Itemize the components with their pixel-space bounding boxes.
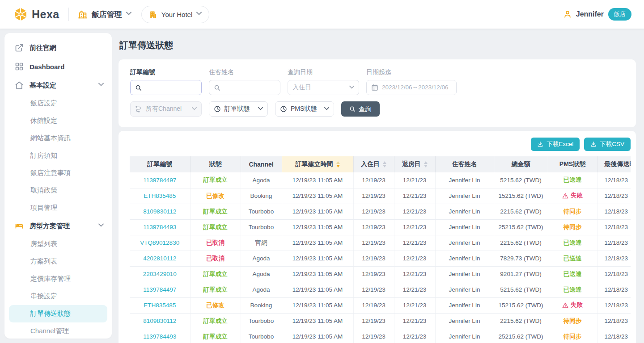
user-menu[interactable]: Jennifer 飯店 <box>563 8 631 21</box>
cell-created-at: 12/19/23 11:05 AM <box>282 282 353 297</box>
order-no-link[interactable]: 8109830112 <box>143 208 176 215</box>
cell-created-at: 12/19/23 11:05 AM <box>282 266 353 282</box>
cell-status: 訂單成立 <box>190 266 241 282</box>
cell-checkin: 12/19/23 <box>353 266 394 282</box>
sidebar-item-order-send-status[interactable]: 訂單傳送狀態 <box>9 305 107 322</box>
search-icon <box>135 84 142 91</box>
col-created-at-sortable[interactable]: 訂單建立時間 <box>282 156 353 172</box>
order-no-input[interactable] <box>145 84 197 91</box>
cell-checkout: 12/21/23 <box>394 219 435 235</box>
sidebar-item-room-list[interactable]: 房型列表 <box>4 235 112 253</box>
search-button[interactable]: 查詢 <box>341 101 380 117</box>
user-name: Jennifer <box>576 10 604 18</box>
pms-status-select[interactable]: PMS狀態 <box>275 101 334 117</box>
guest-name-input[interactable] <box>224 84 275 91</box>
sidebar-item-connection-settings[interactable]: 串接設定 <box>4 288 112 305</box>
col-pms-status: PMS狀態 <box>548 156 597 172</box>
sidebar-item-hotel-notices[interactable]: 飯店注意事項 <box>4 164 112 182</box>
cell-guest: Jennifer Lin <box>435 266 494 282</box>
sidebar-item-channel-mgmt[interactable]: Channel管理 <box>4 322 112 339</box>
chevron-down-icon <box>349 85 354 90</box>
sidebar: 前往官網 Dashboard 基本設定 飯店設定 休館設定 網站基本資訊 <box>4 33 112 339</box>
sidebar-item-booking-notes[interactable]: 訂房須知 <box>4 147 112 164</box>
date-range-picker[interactable]: 2023/12/06～2023/12/06 <box>366 80 457 95</box>
download-icon <box>537 141 543 147</box>
cell-pms-status: 已送達 <box>548 251 597 266</box>
channel-select[interactable]: 所有Channel <box>130 101 202 117</box>
date-range-field: 日期起迄 2023/12/06～2023/12/06 <box>366 68 457 95</box>
hotel-selector[interactable]: Your Hotel <box>141 6 210 23</box>
query-date-field: 查詢日期 入住日 <box>288 68 359 95</box>
cell-channel: Tourbobo <box>241 329 282 343</box>
order-no-link[interactable]: 1139784493 <box>143 224 176 230</box>
brand-name: Hexa <box>32 8 59 21</box>
table-header-row: 訂單編號 狀態 Channel 訂單建立時間 入住日 退房日 <box>130 156 631 172</box>
download-icon <box>590 141 597 147</box>
date-range-value: 2023/12/06～2023/12/06 <box>382 84 452 92</box>
cell-pms-status: 待同步 <box>548 219 597 235</box>
download-csv-label: 下載CSV <box>600 140 624 148</box>
orders-table: 訂單編號 狀態 Channel 訂單建立時間 入住日 退房日 <box>130 156 631 343</box>
order-status-select[interactable]: 訂單狀態 <box>209 101 268 117</box>
sidebar-item-item-management[interactable]: 項目管理 <box>4 199 112 217</box>
order-no-link[interactable]: 1139784493 <box>143 333 176 340</box>
sidebar-item-hotel-settings[interactable]: 飯店設定 <box>4 95 112 112</box>
table-row: ETH835485已修改Booking12/19/23 11:05 AM12/1… <box>130 188 631 204</box>
cell-status: 訂單成立 <box>190 329 241 343</box>
cell-channel: Tourbobo <box>241 204 282 219</box>
cell-pms-status: 已送達 <box>548 172 597 188</box>
sidebar-section-basic-settings[interactable]: 基本設定 <box>4 76 112 95</box>
cell-checkin: 12/19/23 <box>353 297 394 313</box>
cell-status: 訂單成立 <box>190 204 241 219</box>
order-no-link[interactable]: 1139784497 <box>143 177 176 184</box>
cell-last-sent: 12/18/23 <box>597 219 631 235</box>
order-no-link[interactable]: ETH835485 <box>144 302 176 309</box>
cell-amount: 7829.73 (TWD) <box>494 251 548 266</box>
query-date-select[interactable]: 入住日 <box>288 80 359 95</box>
guest-name-input-box <box>209 80 280 95</box>
col-checkout-sortable[interactable]: 退房日 <box>394 156 435 172</box>
query-date-label: 查詢日期 <box>288 68 359 76</box>
cell-order-no: VTQ89012830 <box>130 235 190 251</box>
channel-select-value: 所有Channel <box>146 105 188 113</box>
sidebar-item-official-site[interactable]: 前往官網 <box>4 38 112 57</box>
order-no-link[interactable]: 2203429010 <box>143 271 177 277</box>
order-no-link[interactable]: 8109830112 <box>143 318 176 324</box>
order-no-link[interactable]: ETH835485 <box>144 192 176 199</box>
cell-checkin: 12/19/23 <box>353 313 394 329</box>
download-excel-label: 下載Excel <box>547 140 573 148</box>
hotel-mgmt-menu[interactable]: 飯店管理 <box>78 9 131 20</box>
table-row: 1139784493訂單成立Tourbobo12/19/23 11:05 AM1… <box>130 329 631 343</box>
cell-pms-status: 失敗 <box>548 297 597 313</box>
sidebar-item-dashboard[interactable]: Dashboard <box>4 57 112 76</box>
order-no-link[interactable]: 4202810112 <box>143 255 176 262</box>
sidebar-item-cancel-policy[interactable]: 取消政策 <box>4 182 112 199</box>
cell-guest: Jennifer Lin <box>435 329 494 343</box>
sidebar-item-pricing-inventory[interactable]: 定價庫存管理 <box>4 270 112 288</box>
sidebar-section-room-plan-mgmt[interactable]: 房型方案管理 <box>4 217 112 235</box>
download-csv-button[interactable]: 下載CSV <box>584 138 631 151</box>
channel-route-icon <box>135 105 142 113</box>
download-excel-button[interactable]: 下載Excel <box>531 138 580 151</box>
col-status: 狀態 <box>190 156 241 172</box>
order-no-link[interactable]: VTQ89012830 <box>140 239 179 246</box>
user-role-badge: 飯店 <box>608 8 631 21</box>
chevron-down-icon <box>98 223 104 229</box>
col-checkin-sortable[interactable]: 入住日 <box>353 156 394 172</box>
cell-channel: Booking <box>241 188 282 204</box>
cell-amount: 9201.27 (TWD) <box>494 266 548 282</box>
cell-guest: Jennifer Lin <box>435 204 494 219</box>
table-row: 8109830112訂單成立Tourbobo12/19/23 11:05 AM1… <box>130 313 631 329</box>
table-row: 2203429010訂單成立Agoda12/19/23 11:05 AM12/1… <box>130 266 631 282</box>
sidebar-item-plan-list[interactable]: 方案列表 <box>4 253 112 270</box>
cell-last-sent: 12/18/23 <box>597 297 631 313</box>
sidebar-item-website-info[interactable]: 網站基本資訊 <box>4 130 112 147</box>
cell-order-no: 4202810112 <box>130 251 190 266</box>
query-date-value: 入住日 <box>292 84 346 92</box>
pms-status-value: PMS狀態 <box>291 105 321 113</box>
orders-panel: 下載Excel 下載CSV 訂單編號 <box>119 131 636 343</box>
sidebar-item-closure-settings[interactable]: 休館設定 <box>4 112 112 130</box>
cell-order-no: 2203429010 <box>130 266 190 282</box>
order-no-link[interactable]: 1139784497 <box>143 286 176 293</box>
cell-last-sent: 12/18/23 <box>597 204 631 219</box>
